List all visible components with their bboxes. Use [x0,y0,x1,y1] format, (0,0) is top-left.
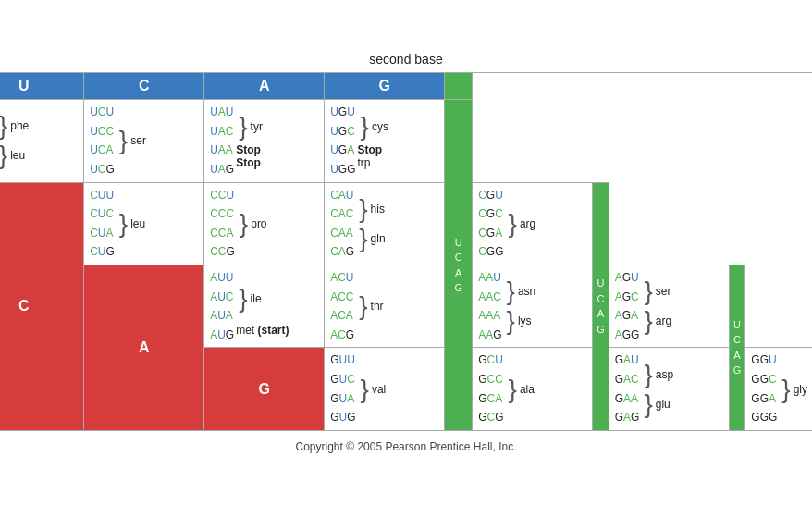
table-wrapper: first base U C A G U [0,72,812,431]
cell-ag: AGU AGC AGA AGG } ser [609,265,729,348]
aa-thr: thr [371,300,384,313]
aa-ser1: ser [130,134,146,147]
bracket-lys: } [507,308,515,334]
codon-ggg: GGG [751,409,777,426]
first-base-a: A [84,265,204,431]
codon-agu: AGU [615,269,640,287]
aa-stop2: Stop [236,156,261,169]
bracket-phe: } [0,113,7,139]
codon-uaa: UAA [210,142,234,159]
bracket-arg2: } [644,308,652,334]
codon-ggu: GGU [751,351,777,369]
bracket-asn: } [507,278,515,304]
codon-auu: AUU [210,269,234,287]
cell-ac: ACU ACC ACA ACG } thr [325,265,445,348]
aa-arg1: arg [520,217,535,230]
bracket-gln: } [359,226,367,252]
cell-cg: CGU CGC CGA CGG } arg [473,182,593,265]
codon-uag: UAG [210,161,234,179]
table-row-c: C CUU CUC CUA CUG } [0,182,812,265]
codon-cgc: CGC [478,205,503,223]
codon-ucu: UCU [90,104,115,121]
codon-gcu: GCU [478,351,503,369]
codon-gaa: GAA [615,390,640,408]
aa-ala: ala [520,383,535,396]
table-row-a: A AUU AUC AUA AUG } [0,265,812,348]
first-base-g: G [204,348,325,430]
bracket-ser2: } [644,278,652,304]
aa-stop-uga: Stop [358,143,383,156]
codon-uau: UAU [210,104,234,121]
aa-phe: phe [10,119,29,132]
bracket-gly: } [781,376,790,402]
aa-asp: asp [656,368,673,381]
aa-his: his [371,203,385,216]
codon-uca: UCA [90,142,115,159]
codon-aac: AAC [478,289,501,306]
codon-uga: UGA [330,142,355,159]
first-base-c: C [0,182,84,430]
cell-au: AUU AUC AUA AUG } ile [204,265,325,348]
codon-aag: AAG [478,326,501,344]
second-base-label: second base [369,52,442,67]
codon-uac: UAC [210,123,234,141]
bracket-thr: } [359,293,367,319]
codon-guc: GUC [330,371,355,388]
codon-agg: AGG [615,326,640,344]
aa-trp: trp [358,156,383,169]
codon-cuc: CUC [90,205,115,223]
codon-gac: GAC [615,371,640,388]
aa-cys: cys [372,120,388,133]
bracket-asp: } [644,362,652,388]
outer-container: second base first base U C A G U [0,43,812,462]
codon-gug: GUG [330,409,355,426]
bracket-ser1: } [119,128,128,154]
codon-agc: AGC [615,289,640,306]
codon-aau: AAU [478,269,501,287]
aa-stop1: Stop [236,143,261,156]
bracket-ala: } [509,376,517,402]
copyright: Copyright © 2005 Pearson Prentice Hall, … [296,440,517,453]
table-row-u: U UUU UUC UUA UUG } [0,100,812,182]
bracket-tyr: } [239,114,247,140]
bracket-leu2: } [119,211,128,237]
codon-cuu: CUU [90,187,115,204]
cell-ua: UAU UAC UAA UAG } tyr [204,100,325,182]
cell-aa: AAU AAC AAA AAG } asn [473,265,593,348]
codon-ccg: CCG [210,243,235,261]
tb-a: A [455,265,461,281]
codon-gau: GAU [615,351,640,369]
codon-auc: AUC [210,289,234,306]
codon-ccc: CCC [210,205,235,223]
codon-ugc: UGC [330,123,355,141]
codon-cgu: CGU [478,187,503,204]
aa-val: val [372,383,386,396]
aa-gln: gln [371,232,386,245]
bracket-val: } [361,376,369,402]
codon-table: U C A G U UUU UUC [0,72,812,431]
codon-cca: CCA [210,225,235,242]
codon-aga: AGA [615,307,640,325]
third-base-c-block: U C A G [593,182,609,430]
aa-leu2: leu [130,217,145,230]
tb-g: G [454,280,462,296]
cell-ca: CAU CAC CAA CAG } his [325,182,445,265]
codon-ucg: UCG [90,161,115,179]
codon-cua: CUA [90,225,115,242]
codon-acc: ACC [330,289,354,306]
bracket-cys: } [361,114,369,140]
codon-acu: ACU [330,269,354,287]
aa-glu: glu [656,398,671,411]
aa-tyr: tyr [251,120,263,133]
codon-cau: CAU [330,187,354,204]
codon-ggc: GGC [751,371,777,388]
cell-uu: UUU UUC UUA UUG } phe [0,100,84,182]
aa-leu1: leu [10,149,25,162]
codon-ugu: UGU [330,104,355,121]
aa-arg2: arg [656,314,671,327]
codon-cag: CAG [330,243,354,261]
cell-ug: UGU UGC UGA UGG } cys [325,100,445,182]
codon-ugg: UGG [330,161,355,179]
bracket-his: } [359,196,367,222]
codon-gua: GUA [330,390,355,408]
